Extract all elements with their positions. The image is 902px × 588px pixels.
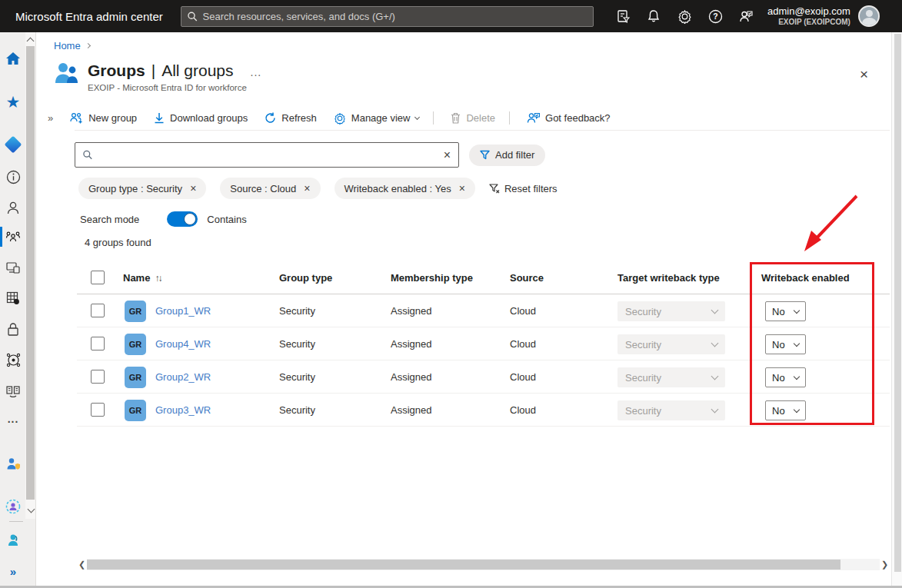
sidebar-item-admin-center[interactable] <box>0 494 26 519</box>
sidebar-item-protection[interactable] <box>0 317 26 341</box>
title-overflow-button[interactable]: ... <box>251 66 262 78</box>
selected-indicator <box>0 227 2 247</box>
close-blade-icon[interactable]: × <box>860 66 868 83</box>
chevron-down-icon <box>794 340 800 346</box>
remove-filter-icon[interactable]: × <box>190 182 196 194</box>
remove-filter-icon[interactable]: × <box>459 182 465 194</box>
target-writeback-type-dropdown: Security <box>617 334 725 354</box>
row-checkbox[interactable] <box>91 403 105 417</box>
sidebar-item-users[interactable] <box>0 195 26 220</box>
app-title: Microsoft Entra admin center <box>15 10 181 23</box>
row-checkbox[interactable] <box>91 370 105 384</box>
sidebar-item-overview[interactable] <box>0 164 26 189</box>
table-row: GR Group4_WR Security Assigned Cloud Sec… <box>77 327 890 360</box>
group-name-link[interactable]: Group2_WR <box>155 371 211 383</box>
table-row: GR Group3_WR Security Assigned Cloud Sec… <box>77 394 890 427</box>
cell-group-type: Security <box>279 305 315 317</box>
groups-search-input[interactable] <box>98 149 438 161</box>
groups-icon <box>5 230 21 244</box>
sidebar-scroll-thumb[interactable] <box>26 46 35 500</box>
vertical-scrollbar-thumb[interactable] <box>894 34 901 572</box>
avatar[interactable] <box>858 5 880 27</box>
group-name-link[interactable]: Group1_WR <box>155 305 211 317</box>
chevron-down-icon <box>711 373 719 380</box>
download-groups-button[interactable]: Download groups <box>154 112 248 124</box>
menu-collapse-chevrons[interactable]: » <box>48 112 53 124</box>
scroll-left-icon[interactable]: ❮ <box>77 559 87 570</box>
sort-icon[interactable]: ↑↓ <box>155 273 161 284</box>
feedback-button[interactable]: Got feedback? <box>527 112 611 124</box>
cell-group-type: Security <box>279 338 315 350</box>
cell-membership-type: Assigned <box>391 371 431 383</box>
sidebar-item-groups[interactable] <box>0 224 26 249</box>
filter-pill-source[interactable]: Source : Cloud × <box>220 178 320 199</box>
notifications-bell-icon[interactable] <box>643 5 664 27</box>
clear-search-icon[interactable]: × <box>444 148 451 162</box>
account-info[interactable]: admin@exoip.com EXOIP (EXOIPCOM) <box>767 5 850 28</box>
user-circle-icon <box>5 499 21 514</box>
sidebar-item-external-identities[interactable] <box>0 378 26 403</box>
writeback-enabled-dropdown[interactable]: No <box>765 334 806 354</box>
remove-filter-icon[interactable]: × <box>304 182 310 194</box>
global-search-box[interactable] <box>181 6 594 27</box>
sidebar-item-home[interactable] <box>0 46 26 71</box>
scrollbar-thumb[interactable] <box>87 560 840 570</box>
groups-page-icon <box>54 61 78 85</box>
group-avatar: GR <box>125 301 146 322</box>
add-filter-button[interactable]: Add filter <box>469 145 545 166</box>
writeback-enabled-dropdown[interactable]: No <box>765 400 806 420</box>
new-group-icon <box>70 112 83 124</box>
global-search-input[interactable] <box>203 11 587 22</box>
new-group-button[interactable]: New group <box>70 112 137 124</box>
refresh-button[interactable]: Refresh <box>265 112 317 124</box>
feedback-icon[interactable] <box>735 5 757 27</box>
account-email: admin@exoip.com <box>767 5 850 18</box>
sidebar-item-entra-id[interactable] <box>0 132 26 157</box>
search-mode-toggle[interactable] <box>167 211 198 227</box>
scroll-right-icon[interactable]: ❯ <box>880 559 890 570</box>
page-title-secondary: All groups <box>161 61 233 80</box>
sidebar-item-devices[interactable] <box>0 255 26 280</box>
sidebar-item-identity-governance[interactable] <box>0 347 26 372</box>
reset-filters-button[interactable]: Reset filters <box>489 183 558 194</box>
sidebar-item-more[interactable]: ... <box>0 407 26 431</box>
filter-pill-writeback-enabled[interactable]: Writeback enabled : Yes × <box>335 178 475 199</box>
manage-view-button[interactable]: Manage view <box>334 112 420 125</box>
cell-source: Cloud <box>510 404 536 416</box>
breadcrumb[interactable]: Home <box>54 40 90 51</box>
breadcrumb-home-link[interactable]: Home <box>54 40 81 51</box>
sidebar-scrollbar[interactable] <box>25 32 35 519</box>
sidebar-item-applications[interactable] <box>0 286 26 311</box>
reset-filters-icon <box>489 184 500 194</box>
toolbar-divider <box>433 111 434 125</box>
row-checkbox[interactable] <box>91 304 105 317</box>
row-checkbox[interactable] <box>91 337 105 350</box>
search-icon <box>83 150 92 160</box>
writeback-enabled-dropdown[interactable]: No <box>765 301 806 321</box>
chevron-down-icon <box>794 307 800 313</box>
filter-pill-group-type[interactable]: Group type : Security × <box>78 178 206 199</box>
search-mode-label: Search mode <box>80 214 139 225</box>
group-name-link[interactable]: Group3_WR <box>155 404 211 416</box>
directory-filter-icon[interactable] <box>612 5 634 27</box>
header-membership-type: Membership type <box>391 272 473 284</box>
help-icon[interactable]: ? <box>704 5 726 27</box>
command-bar: » New group Download groups Refresh Mana… <box>36 106 890 130</box>
sidebar-item-roles-admins[interactable] <box>0 451 26 476</box>
delete-trash-icon <box>451 112 461 124</box>
horizontal-scrollbar[interactable]: ❮ ❯ <box>77 559 890 570</box>
sidebar-item-favorites[interactable]: ★ <box>0 89 26 114</box>
cell-group-type: Security <box>279 371 315 383</box>
groups-search-box[interactable]: × <box>75 142 459 168</box>
sidebar-expand[interactable]: » <box>0 559 26 583</box>
settings-gear-icon[interactable] <box>674 5 695 27</box>
vertical-scrollbar[interactable] <box>891 32 902 588</box>
target-writeback-type-dropdown: Security <box>617 301 725 321</box>
group-name-link[interactable]: Group4_WR <box>155 338 211 350</box>
sidebar-item-learn-support[interactable] <box>0 528 26 553</box>
select-all-checkbox[interactable] <box>91 271 105 284</box>
header-name[interactable]: Name <box>123 272 150 284</box>
sidebar-scroll-up-icon[interactable] <box>27 38 35 45</box>
writeback-enabled-dropdown[interactable]: No <box>765 367 806 387</box>
delete-button[interactable]: Delete <box>451 112 495 124</box>
